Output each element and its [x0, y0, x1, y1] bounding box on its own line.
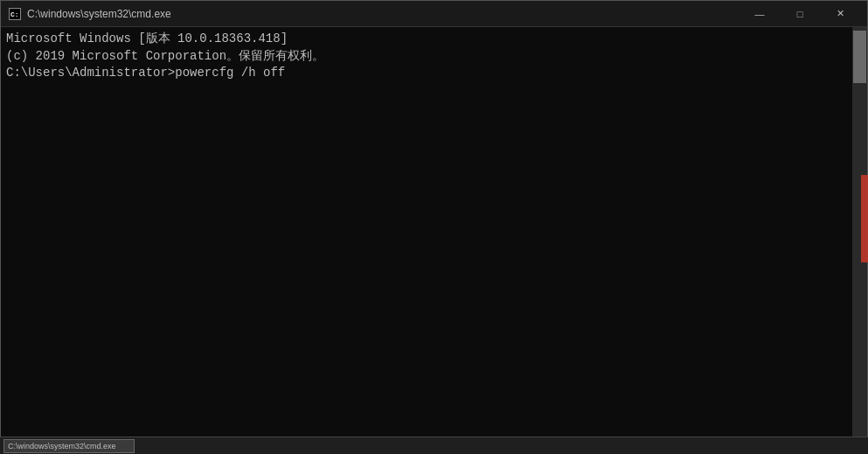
- cmd-icon-wrapper: C:: [8, 7, 22, 21]
- console-line: Microsoft Windows [版本 10.0.18363.418]: [6, 31, 847, 48]
- side-overlay: [861, 175, 868, 262]
- window-title: C:\windows\system32\cmd.exe: [27, 8, 171, 20]
- window-controls: — □ ✕: [740, 1, 860, 27]
- title-bar-left: C: C:\windows\system32\cmd.exe: [8, 7, 171, 21]
- scrollbar-thumb[interactable]: [853, 31, 866, 83]
- maximize-button[interactable]: □: [780, 1, 820, 27]
- svg-text:C:: C:: [10, 10, 19, 18]
- minimize-button[interactable]: —: [740, 1, 780, 27]
- taskbar-item-label: C:\windows\system32\cmd.exe: [8, 442, 116, 451]
- cmd-window: C: C:\windows\system32\cmd.exe — □ ✕ Mic…: [0, 0, 868, 454]
- console-line: C:\Users\Administrator>powercfg /h off: [6, 65, 847, 82]
- taskbar-cmd-item[interactable]: C:\windows\system32\cmd.exe: [3, 439, 135, 453]
- console-line: (c) 2019 Microsoft Corporation。保留所有权利。: [6, 48, 847, 66]
- taskbar: C:\windows\system32\cmd.exe: [0, 437, 868, 454]
- console-output[interactable]: Microsoft Windows [版本 10.0.18363.418](c)…: [1, 27, 852, 453]
- title-bar: C: C:\windows\system32\cmd.exe — □ ✕: [1, 1, 867, 27]
- close-button[interactable]: ✕: [820, 1, 860, 27]
- cmd-icon: C:: [9, 8, 21, 20]
- console-area[interactable]: Microsoft Windows [版本 10.0.18363.418](c)…: [1, 27, 867, 453]
